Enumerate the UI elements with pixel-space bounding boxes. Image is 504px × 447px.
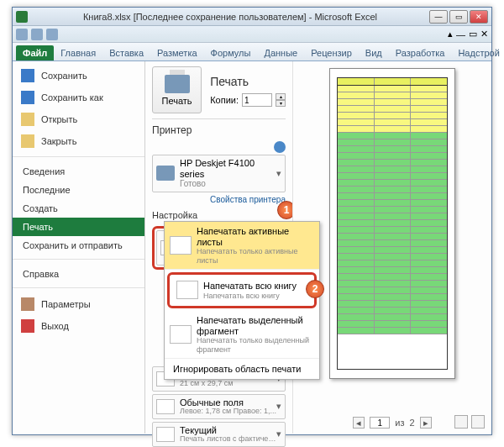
nav-close[interactable]: Закрыть: [13, 130, 144, 157]
margins-label: Обычные поля: [180, 397, 276, 408]
nav-save[interactable]: Сохранить: [13, 65, 144, 87]
scale-selector[interactable]: ТекущийПечать листов с фактическ... ▾: [152, 422, 286, 447]
nav-saveas[interactable]: Сохранить как: [13, 87, 144, 108]
tab-home[interactable]: Главная: [54, 45, 102, 60]
open-icon: [21, 113, 34, 126]
margins-icon: [156, 399, 175, 414]
dd-entire-workbook[interactable]: Напечатать всю книгуНапечатать всю книгу: [171, 276, 312, 304]
printer-icon: [165, 75, 190, 93]
tab-addins[interactable]: Надстрой: [451, 45, 504, 60]
chevron-down-icon: ▾: [276, 429, 281, 439]
save-icon: [21, 69, 34, 82]
qat-redo-icon[interactable]: [46, 29, 58, 40]
printer-status: Готово: [180, 179, 276, 189]
highlighted-ring-2: 2 Напечатать всю книгуНапечатать всю кни…: [167, 272, 317, 308]
nav-options[interactable]: Параметры: [13, 293, 144, 315]
maximize-button[interactable]: ▭: [449, 10, 468, 24]
zoom-to-page-button[interactable]: [454, 415, 468, 429]
margins-sub: Левое: 1,78 см Правое: 1,...: [180, 408, 276, 416]
printer-name: HP Deskjet F4100 series: [180, 158, 276, 179]
tab-review[interactable]: Рецензир: [304, 45, 359, 60]
window-title: Книга8.xlsx [Последнее сохранение пользо…: [33, 12, 428, 22]
nav-close-label: Закрыть: [41, 136, 76, 146]
dd-opt2-sub: Напечатать всю книгу: [203, 292, 297, 300]
printer-heading: Принтер: [152, 124, 286, 136]
annotation-badge-2: 2: [306, 280, 324, 298]
nav-saveas-label: Сохранить как: [41, 92, 103, 103]
tab-data[interactable]: Данные: [257, 45, 304, 60]
dd-opt3-label: Напечатать выделенный фрагмент: [197, 315, 314, 336]
dd-opt2-label: Напечатать всю книгу: [203, 281, 297, 292]
printer-small-icon: [156, 166, 175, 181]
copies-spinner[interactable]: ▴▾: [276, 93, 286, 107]
print-preview: ◂ из 2 ▸: [292, 61, 491, 434]
nav-share[interactable]: Сохранить и отправить: [13, 236, 144, 260]
sheets-icon: [170, 236, 192, 255]
print-button[interactable]: Печать: [152, 66, 202, 113]
scale-label: Текущий: [180, 425, 276, 435]
nav-recent[interactable]: Последние: [13, 181, 144, 199]
nav-new-label: Создать: [23, 203, 58, 213]
tab-layout[interactable]: Разметка: [150, 45, 204, 60]
printer-properties-link[interactable]: Свойства принтера: [152, 195, 286, 204]
nav-exit[interactable]: Выход: [13, 315, 144, 337]
dd-active-sheets[interactable]: Напечатать активные листыНапечатать толь…: [165, 222, 319, 270]
info-icon[interactable]: [274, 141, 286, 153]
print-button-label: Печать: [162, 96, 192, 106]
tab-view[interactable]: Вид: [359, 45, 389, 60]
nav-open-label: Открыть: [41, 114, 77, 124]
page-input[interactable]: [370, 417, 390, 429]
copies-input[interactable]: [242, 93, 272, 107]
nav-info[interactable]: Сведения: [13, 162, 144, 181]
chevron-down-icon: ▾: [276, 401, 281, 412]
nav-new[interactable]: Создать: [13, 199, 144, 218]
dd-ignore-area[interactable]: Игнорировать область печати: [165, 359, 319, 379]
pager-of-label: из: [395, 418, 404, 428]
printer-selector[interactable]: HP Deskjet F4100 series Готово ▾: [152, 155, 286, 192]
page-prev-button[interactable]: ◂: [353, 417, 365, 429]
workbook-icon: [176, 281, 198, 299]
tab-file[interactable]: Файл: [16, 45, 54, 60]
ribbon-minimize-button[interactable]: ▴: [448, 29, 453, 39]
chevron-down-icon: ▾: [276, 168, 281, 179]
dd-opt3-sub: Напечатать только выделенный фрагмент: [197, 336, 314, 354]
dd-opt1-label: Напечатать активные листы: [197, 226, 314, 247]
qat-save-icon[interactable]: [16, 29, 28, 40]
margins-selector[interactable]: Обычные поляЛевое: 1,78 см Правое: 1,...…: [152, 394, 286, 419]
show-margins-button[interactable]: [471, 415, 485, 429]
tab-developer[interactable]: Разработка: [389, 45, 452, 60]
backstage-nav: Сохранить Сохранить как Открыть Закрыть …: [13, 61, 145, 434]
preview-grid: [337, 77, 448, 370]
options-icon: [21, 297, 34, 311]
close-button[interactable]: ✕: [470, 10, 488, 24]
nav-print[interactable]: Печать: [13, 218, 144, 236]
nav-info-label: Сведения: [23, 166, 65, 176]
nav-recent-label: Последние: [23, 185, 71, 195]
dd-opt1-sub: Напечатать только активные листы: [197, 247, 314, 265]
mdi-close-button[interactable]: ✕: [480, 29, 488, 39]
excel-icon: [16, 11, 28, 23]
print-what-dropdown: Напечатать активные листыНапечатать толь…: [164, 221, 320, 380]
settings-heading: Настройка 1: [152, 209, 286, 221]
nav-open[interactable]: Открыть: [13, 108, 144, 130]
mdi-restore-button[interactable]: ▭: [469, 29, 477, 39]
minimize-button[interactable]: —: [429, 10, 448, 24]
ribbon-tabs: Файл Главная Вставка Разметка Формулы Да…: [13, 43, 491, 61]
page-next-button[interactable]: ▸: [420, 417, 432, 429]
scale-icon: [156, 427, 175, 442]
close-icon: [21, 134, 34, 148]
exit-icon: [21, 319, 34, 333]
mdi-minimize-button[interactable]: —: [456, 29, 465, 39]
nav-help[interactable]: Справка: [13, 265, 144, 288]
print-heading: Печать: [210, 75, 286, 88]
tab-insert[interactable]: Вставка: [102, 45, 150, 60]
nav-help-label: Справка: [23, 269, 59, 279]
qat-undo-icon[interactable]: [31, 29, 43, 40]
titlebar: Книга8.xlsx [Последнее сохранение пользо…: [13, 8, 491, 26]
scale-sub: Печать листов с фактическ...: [180, 435, 276, 444]
tab-formulas[interactable]: Формулы: [204, 45, 258, 60]
dd-selection[interactable]: Напечатать выделенный фрагментНапечатать…: [165, 311, 319, 359]
nav-print-label: Печать: [23, 222, 53, 232]
saveas-icon: [21, 91, 34, 104]
dd-opt4-label: Игнорировать область печати: [173, 364, 301, 374]
